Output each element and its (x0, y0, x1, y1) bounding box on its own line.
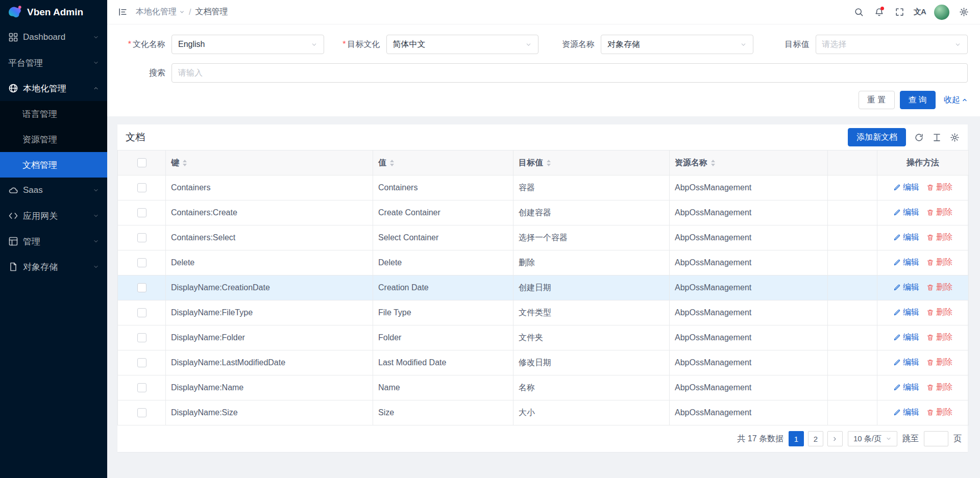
delete-button[interactable]: 删除 (926, 382, 952, 393)
jump-page-input[interactable] (924, 431, 948, 446)
row-checkbox[interactable] (137, 358, 146, 367)
search-input[interactable]: 请输入 (172, 63, 968, 83)
column-height-button[interactable] (932, 133, 942, 142)
cell-value: Creation Date (373, 275, 513, 300)
menu-fold-button[interactable] (114, 4, 131, 20)
delete-button[interactable]: 删除 (926, 357, 952, 368)
avatar[interactable] (934, 5, 949, 20)
edit-button[interactable]: 编辑 (893, 257, 919, 268)
row-checkbox[interactable] (137, 308, 146, 317)
sidebar-item-localization[interactable]: 本地化管理 (0, 76, 107, 101)
query-form: *文化名称English*目标文化简体中文资源名称对象存储目标值请选择搜索请输入… (107, 24, 980, 116)
fullscreen-button[interactable] (890, 3, 909, 21)
edit-button[interactable]: 编辑 (893, 407, 919, 418)
logo[interactable]: Vben Admin (0, 0, 107, 24)
main-area: 本地化管理 / 文档管理 (107, 0, 980, 478)
column-header-resource[interactable]: 资源名称 (670, 150, 828, 175)
documents-card: 文档 添加新文档 (117, 124, 968, 452)
row-checkbox[interactable] (137, 383, 146, 392)
sort-caret-icon[interactable] (711, 160, 715, 166)
target-value-select[interactable]: 请选择 (816, 35, 968, 54)
column-settings-button[interactable] (950, 133, 960, 142)
collapse-link[interactable]: 收起 (944, 95, 968, 106)
cell-actions: 编辑删除 (877, 250, 969, 275)
row-checkbox[interactable] (137, 233, 146, 242)
cell-spacer (828, 275, 877, 300)
cell-actions: 编辑删除 (877, 375, 969, 400)
edit-button[interactable]: 编辑 (893, 307, 919, 318)
edit-button[interactable]: 编辑 (893, 182, 919, 193)
edit-button[interactable]: 编辑 (893, 382, 919, 393)
delete-button[interactable]: 删除 (926, 282, 952, 293)
page-button-2[interactable]: 2 (808, 431, 823, 446)
sidebar-item-saas[interactable]: Saas (0, 178, 107, 203)
locale-button[interactable]: 文A (911, 3, 929, 21)
delete-button[interactable]: 删除 (926, 307, 952, 318)
row-checkbox[interactable] (137, 183, 146, 192)
delete-button[interactable]: 删除 (926, 207, 952, 218)
sidebar-item-platform[interactable]: 平台管理 (0, 50, 107, 76)
column-header-key[interactable]: 键 (166, 150, 373, 175)
page-button-1[interactable]: 1 (789, 431, 804, 446)
delete-button[interactable]: 删除 (926, 332, 952, 343)
cell-spacer (828, 225, 877, 250)
culture-name-select[interactable]: English (172, 35, 324, 54)
chevron-up-icon (962, 97, 968, 103)
form-item-culture-name: *文化名称English (119, 35, 324, 54)
row-checkbox[interactable] (137, 408, 146, 417)
cell-resource-name: AbpOssManagement (670, 375, 828, 400)
sidebar-subitem-language[interactable]: 语言管理 (0, 101, 107, 127)
column-header-target[interactable]: 目标值 (513, 150, 670, 175)
refresh-button[interactable] (914, 133, 924, 142)
select-all-checkbox[interactable] (137, 158, 146, 167)
logo-icon (7, 5, 22, 20)
cell-value: Last Modified Date (373, 350, 513, 375)
card-header: 文档 添加新文档 (117, 124, 968, 150)
chevron-down-icon (93, 238, 99, 244)
sort-caret-icon[interactable] (183, 160, 187, 166)
cell-value: Delete (373, 250, 513, 275)
settings-button[interactable] (954, 3, 973, 21)
next-page-button[interactable] (827, 431, 843, 446)
notifications-button[interactable] (870, 3, 888, 21)
edit-button[interactable]: 编辑 (893, 232, 919, 243)
edit-button[interactable]: 编辑 (893, 207, 919, 218)
column-header-value[interactable]: 值 (373, 150, 513, 175)
trash-icon (926, 409, 934, 416)
delete-button[interactable]: 删除 (926, 407, 952, 418)
sidebar-item-gateway[interactable]: 应用网关 (0, 203, 107, 229)
resource-name-select[interactable]: 对象存储 (601, 35, 753, 54)
sidebar-subitem-resource[interactable]: 资源管理 (0, 127, 107, 152)
sidebar-item-dashboard[interactable]: Dashboard (0, 24, 107, 50)
edit-button[interactable]: 编辑 (893, 282, 919, 293)
sidebar-subitem-document[interactable]: 文档管理 (0, 152, 107, 178)
cell-spacer (828, 175, 877, 200)
row-checkbox[interactable] (137, 333, 146, 342)
reset-button[interactable]: 重 置 (859, 91, 894, 109)
edit-button[interactable]: 编辑 (893, 357, 919, 368)
gear-icon (950, 133, 960, 142)
field-label-resource-name: 资源名称 (549, 39, 595, 50)
add-document-button[interactable]: 添加新文档 (848, 128, 906, 146)
query-button[interactable]: 查 询 (900, 91, 936, 109)
fullscreen-icon (895, 7, 904, 17)
row-checkbox[interactable] (137, 208, 146, 217)
page-size-select[interactable]: 10 条/页 (848, 431, 897, 446)
row-checkbox[interactable] (137, 283, 146, 292)
row-checkbox[interactable] (137, 258, 146, 267)
breadcrumb-item[interactable]: 本地化管理 (136, 7, 185, 17)
sidebar-item-storage[interactable]: 对象存储 (0, 254, 107, 280)
edit-button[interactable]: 编辑 (893, 332, 919, 343)
sort-caret-icon[interactable] (390, 160, 394, 166)
delete-button[interactable]: 删除 (926, 182, 952, 193)
search-button[interactable] (849, 3, 868, 21)
query-fields: *文化名称English*目标文化简体中文资源名称对象存储目标值请选择搜索请输入 (119, 35, 968, 83)
sidebar-item-management[interactable]: 管理 (0, 229, 107, 254)
storage-icon (8, 262, 18, 272)
trash-icon (926, 284, 934, 291)
delete-button[interactable]: 删除 (926, 257, 952, 268)
sort-caret-icon[interactable] (547, 160, 551, 166)
cell-actions: 编辑删除 (877, 300, 969, 325)
target-culture-select[interactable]: 简体中文 (386, 35, 539, 54)
delete-button[interactable]: 删除 (926, 232, 952, 243)
